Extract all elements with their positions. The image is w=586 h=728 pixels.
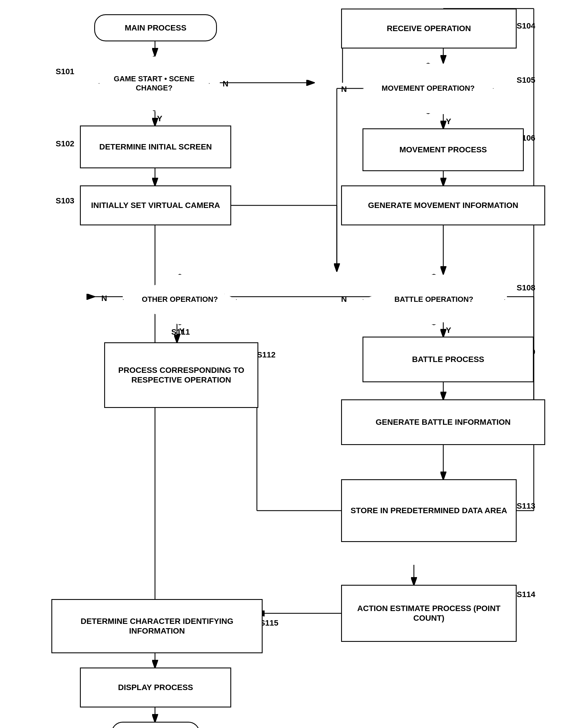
- receive-operation-node: RECEIVE OPERATION: [341, 8, 517, 49]
- y-movement-label: Y: [446, 117, 451, 126]
- n-movement-label: N: [341, 85, 347, 94]
- determine-initial-node: DETERMINE INITIAL SCREEN: [80, 126, 231, 168]
- initially-set-node: INITIALLY SET VIRTUAL CAMERA: [80, 185, 231, 225]
- s103-label: S103: [56, 196, 74, 205]
- game-start-node: GAME START • SCENE CHANGE?: [98, 56, 210, 111]
- other-operation-node: OTHER OPERATION?: [123, 274, 237, 325]
- s102-label: S102: [56, 139, 74, 148]
- display-process-node: DISPLAY PROCESS: [80, 668, 231, 707]
- process-corresponding-node: PROCESS CORRESPONDING TO RESPECTIVE OPER…: [104, 342, 258, 408]
- battle-operation-node: BATTLE OPERATION?: [363, 274, 505, 325]
- ret-node: RET: [111, 722, 200, 728]
- n-other-label: N: [101, 294, 107, 303]
- n-game-label: N: [223, 79, 228, 88]
- movement-process-node: MOVEMENT PROCESS: [363, 128, 524, 171]
- determine-character-node: DETERMINE CHARACTER IDENTIFYING INFORMAT…: [51, 599, 263, 653]
- n-battle-label: N: [341, 295, 347, 304]
- generate-movement-node: GENERATE MOVEMENT INFORMATION: [341, 185, 545, 225]
- store-predetermined-node: STORE IN PREDETERMINED DATA AREA: [341, 479, 517, 542]
- movement-operation-node: MOVEMENT OPERATION?: [363, 63, 494, 114]
- s113-label: S113: [517, 501, 535, 511]
- s105-label: S105: [517, 76, 535, 85]
- main-process-node: MAIN PROCESS: [94, 14, 217, 41]
- s114-label: S114: [517, 590, 535, 599]
- flowchart-diagram: MAIN PROCESS S101 GAME START • SCENE CHA…: [0, 0, 586, 728]
- battle-process-node: BATTLE PROCESS: [363, 337, 534, 382]
- y-other-label: Y: [179, 327, 185, 336]
- s112-label: S112: [257, 350, 275, 359]
- action-estimate-node: ACTION ESTIMATE PROCESS (POINT COUNT): [341, 585, 517, 642]
- y-battle-label: Y: [446, 326, 451, 335]
- y-game-label: Y: [157, 114, 163, 123]
- s101-label: S101: [56, 67, 74, 76]
- generate-battle-node: GENERATE BATTLE INFORMATION: [341, 399, 545, 445]
- s104-label: S104: [517, 21, 535, 30]
- s108-label: S108: [517, 283, 535, 292]
